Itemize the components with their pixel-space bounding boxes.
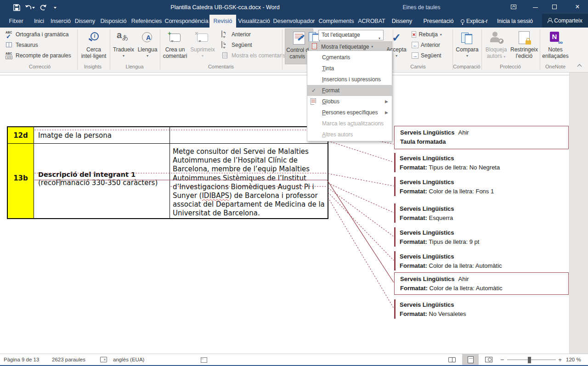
save-icon[interactable] <box>11 2 22 13</box>
spellcheck-icon: ABC✓ <box>6 31 13 39</box>
next-change-icon: → <box>412 52 418 59</box>
document-text-line: associat del Departament de Medicina de … <box>173 200 328 209</box>
show-comments-icon <box>221 52 229 60</box>
minimize-icon[interactable] <box>528 0 542 15</box>
read-mode-icon <box>448 357 456 362</box>
table-cell-description[interactable]: Metge consultor del Servei de MalaltiesA… <box>170 144 328 218</box>
spelling-error-word: IDIBAPS <box>202 191 229 200</box>
contextual-tab-presentació[interactable]: Presentació <box>419 15 458 28</box>
thesaurus-icon <box>6 41 13 49</box>
revision-description: Formatat: Color de la lletra: Automàtic <box>400 284 568 293</box>
menu-item-format[interactable]: ✓Format <box>307 85 392 96</box>
block-authors-button[interactable]: Bloqueja autors ▾ <box>483 28 509 62</box>
group-label-canvis: Canvis <box>386 64 450 70</box>
macro-record-icon[interactable] <box>201 357 207 363</box>
document-table[interactable]: 12d Imatge de la persona 13b Descripció … <box>7 126 328 219</box>
reject-button[interactable]: × Rebutja▾ <box>410 29 444 39</box>
tab-inserció[interactable]: Inserció <box>49 15 73 28</box>
show-comments-button[interactable]: Mostra els comentaris <box>220 51 287 61</box>
restrict-editing-button[interactable]: Restringeix l'edició <box>510 28 538 62</box>
new-comment-icon: + <box>170 34 181 42</box>
tab-correspondència[interactable]: Correspondència <box>164 15 209 28</box>
word-count-button[interactable]: ABC123 Recompte de paraules <box>4 51 73 61</box>
tab-fitxer[interactable]: Fitxer <box>4 15 28 28</box>
thesaurus-button[interactable]: Tesaurus <box>4 40 40 50</box>
language-indicator[interactable]: anglès (EUA) <box>113 354 144 366</box>
revision-balloon[interactable]: Serveis LingüísticsAhirTaula formatada <box>394 126 569 149</box>
page-edge <box>0 75 569 75</box>
table-cell-id-13b[interactable]: 13b <box>8 144 34 218</box>
revision-bar <box>394 153 396 172</box>
previous-comment-button[interactable]: ↰ Anterior <box>220 29 253 39</box>
undo-icon[interactable] <box>23 2 37 13</box>
revision-balloon[interactable]: Serveis LingüísticsAhirFormatat: Color d… <box>394 272 569 295</box>
zoom-in-button[interactable]: + <box>557 354 563 366</box>
zoom-slider-handle[interactable] <box>528 357 531 363</box>
new-comment-button[interactable]: + Crea un comentari <box>162 28 188 62</box>
customize-quick-access-icon[interactable] <box>51 2 60 13</box>
tab-complements[interactable]: Complements <box>316 15 356 28</box>
ribbon-display-options-icon[interactable] <box>507 0 520 15</box>
menu-item-persones-espec-fiques[interactable]: Persones específiques▶ <box>307 107 392 118</box>
previous-change-button[interactable]: ← Anterior <box>410 40 442 50</box>
tab-inici[interactable]: Inici <box>29 15 49 28</box>
spelling-grammar-button[interactable]: ABC✓ Ortografia i gramàtica <box>4 29 70 39</box>
revision-balloon[interactable]: Serveis LingüísticsFormatat: No Versalet… <box>394 298 569 320</box>
smart-lookup-button[interactable]: Cerca intel·ligent <box>79 28 108 62</box>
zoom-level[interactable]: 120 % <box>566 354 581 366</box>
maximize-icon[interactable] <box>548 0 561 15</box>
compare-button[interactable]: Compara ▾ <box>455 28 480 62</box>
tell-me-button[interactable]: Explica-r <box>461 15 488 28</box>
translate-button[interactable]: Tradueix ▾ <box>112 28 136 62</box>
table-cell-empty[interactable] <box>170 127 328 144</box>
tab-desenvolupador[interactable]: Desenvolupador <box>272 15 316 28</box>
zoom-slider-track[interactable] <box>507 360 556 360</box>
tab-revisió[interactable]: Revisió <box>209 15 236 28</box>
revision-description: Taula formatada <box>400 137 568 146</box>
revision-balloon[interactable]: Serveis LingüísticsFormatat: Color de la… <box>394 250 569 271</box>
revision-balloon[interactable]: Serveis LingüísticsFormatat: Esquerra <box>394 203 569 224</box>
revision-balloon[interactable]: Serveis LingüísticsFormatat: Tipus de ll… <box>394 152 569 173</box>
read-mode-button[interactable] <box>444 354 460 366</box>
tab-referències[interactable]: Referències <box>130 15 164 28</box>
tab-disposició[interactable]: Disposició <box>97 15 130 28</box>
menu-item-tinta[interactable]: Tinta <box>307 63 392 74</box>
menu-item-globus[interactable]: Globus▶ <box>307 96 392 107</box>
undo-dropdown-icon[interactable] <box>32 7 35 10</box>
revision-balloon[interactable]: Serveis LingüísticsFormatat: Tipus de ll… <box>394 226 569 248</box>
page-indicator[interactable]: Pàgina 9 de 13 <box>4 354 39 366</box>
tab-acrobat[interactable]: ACROBAT <box>356 15 387 28</box>
next-comment-button[interactable]: ↳ Següent <box>220 40 254 50</box>
menu-item-insercions-i-supressions[interactable]: Insercions i supressions <box>307 74 392 85</box>
revision-time: Ahir <box>458 276 469 282</box>
linked-notes-button[interactable]: Notes enllaçades <box>541 28 570 62</box>
delete-comment-button[interactable]: × Suprimeix ▾ <box>189 28 216 62</box>
share-button[interactable]: Comparteix <box>542 14 588 28</box>
next-change-button[interactable]: → Següent <box>410 51 443 61</box>
tab-disseny[interactable]: Disseny <box>73 15 97 28</box>
word-count-indicator[interactable]: 2623 paraules <box>52 354 85 366</box>
web-layout-icon <box>485 357 492 362</box>
menu-item-comentaris[interactable]: Comentaris <box>307 52 392 63</box>
table-cell-id-12d[interactable]: 12d <box>8 127 34 144</box>
proofing-status-icon[interactable] <box>100 357 107 363</box>
contextual-tab-title: Eines de taules <box>385 0 458 14</box>
revision-balloon[interactable]: Serveis LingüísticsFormatat: Color de la… <box>394 176 569 197</box>
language-button[interactable]: Llengua ▾ <box>136 28 159 62</box>
table-cell-label-12d[interactable]: Imatge de la persona <box>34 127 170 144</box>
print-layout-button[interactable] <box>462 354 479 366</box>
close-icon[interactable]: × <box>571 0 584 15</box>
contextual-tab-disseny[interactable]: Disseny <box>385 15 419 28</box>
display-for-review-combobox[interactable]: Tot l'etiquetatge ▾ <box>318 30 384 40</box>
table-cell-label-13b[interactable]: Descripció del integrant 1 (recoFmanació… <box>34 144 170 218</box>
redo-icon[interactable] <box>38 2 49 13</box>
revision-author: Serveis Lingüístics <box>400 301 454 308</box>
zoom-out-button[interactable]: − <box>499 354 505 366</box>
cell-title: Descripció del integrant 1 <box>38 171 170 178</box>
show-markup-icon <box>311 43 319 51</box>
collapse-ribbon-icon[interactable] <box>576 62 583 69</box>
vertical-scrollbar[interactable] <box>569 73 588 354</box>
tab-visualització[interactable]: Visualització <box>236 15 272 28</box>
sign-in-button[interactable]: Inicia la sessió <box>497 15 533 28</box>
web-layout-button[interactable] <box>481 354 497 366</box>
